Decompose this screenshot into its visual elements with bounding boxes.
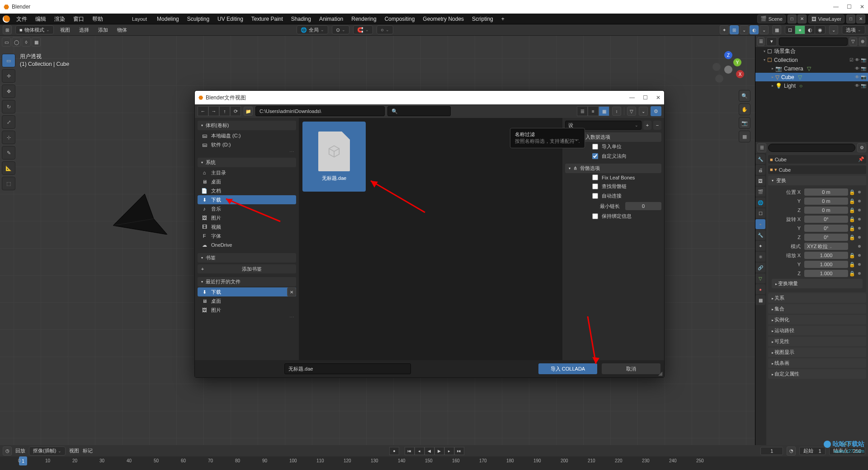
file-doc-icon (318, 132, 350, 171)
document-icon: 📄 (201, 188, 208, 194)
recent-pictures[interactable]: 🖼图片 (198, 306, 296, 315)
armature-header[interactable]: ⋔骨骼选项 (565, 164, 661, 173)
sys-home[interactable]: ⌂主目录 (198, 168, 296, 177)
path-input[interactable]: C:\Users\admin\Downloads\ (255, 106, 385, 116)
view-thumb-icon[interactable]: ▦ (599, 106, 609, 116)
sys-docs[interactable]: 📄文档 (198, 186, 296, 195)
dialog-sidebar: 体积(卷标) 🖴本地磁盘 (C:) 🖴软件 (D:) ⋯ 系统 ⌂主目录 🖥桌面… (195, 118, 299, 360)
file-dialog: ⬣ Blender文件视图 — ☐ ✕ ← → ↑ ⟳ 📁 C:\Users\a… (194, 90, 665, 378)
filename-input[interactable]: 无标题.dae (284, 363, 411, 374)
preset-remove[interactable]: − (653, 121, 661, 130)
download-icon: ⬇ (201, 289, 208, 295)
dialog-max[interactable]: ☐ (643, 94, 648, 101)
import-options-panel: 设 + − ⬓导入数据选项 导入单位 自定义法向 ⋔骨骼选项 Fix Leaf … (562, 118, 664, 360)
view-list-icon[interactable]: ☰ (577, 106, 588, 116)
bookmarks-section[interactable]: 书签 (198, 253, 296, 263)
recent-desktop[interactable]: 🖥桌面 (198, 296, 296, 306)
volume-d[interactable]: 🖴软件 (D:) (198, 140, 296, 149)
plus-icon: + (198, 264, 208, 273)
dialog-footer: 无标题.dae 导入 COLLADA 取消 (195, 360, 664, 377)
dialog-title: Blender文件视图 (206, 94, 246, 102)
dialog-min[interactable]: — (629, 94, 635, 101)
import-units-check[interactable] (592, 144, 598, 150)
desktop-icon: 🖥 (201, 179, 208, 184)
tooltip: 名称过滤 按照名称筛选，支持通配符'*'. (510, 128, 585, 148)
download-icon: ⬇ (201, 197, 208, 203)
fix-leaf-check[interactable] (592, 174, 598, 180)
dialog-close[interactable]: ✕ (656, 94, 660, 101)
remove-recent-icon[interactable]: ✕ (287, 287, 296, 296)
file-name-label: 无标题.dae (322, 175, 346, 182)
sys-music[interactable]: ♪音乐 (198, 204, 296, 213)
dialog-toolbar: ← → ↑ ⟳ 📁 C:\Users\admin\Downloads\ 🔍 ☰ … (195, 104, 664, 118)
sys-onedrive[interactable]: ☁OneDrive (198, 240, 296, 249)
add-bookmark[interactable]: +添加书签 (198, 264, 296, 273)
bone-icon: ⋔ (573, 165, 577, 171)
settings-gear-icon[interactable]: ⚙ (651, 106, 661, 116)
filter-funnel-icon[interactable]: ▽ (627, 107, 636, 116)
search-icon: 🔍 (392, 108, 398, 114)
image-icon: 🖼 (201, 215, 208, 221)
video-icon: 🎞 (201, 224, 208, 230)
file-browser-area[interactable]: 无标题.dae (299, 118, 562, 360)
sort-icon[interactable]: ↕ (612, 107, 621, 116)
recent-downloads[interactable]: ⬇下载 (198, 287, 296, 296)
volume-c[interactable]: 🖴本地磁盘 (C:) (198, 131, 296, 140)
font-icon: F (201, 233, 208, 239)
watermark: 吆吆下载站 www.x27.com (824, 440, 864, 454)
nav-up-icon[interactable]: ↑ (219, 106, 230, 116)
search-input[interactable]: 🔍 (387, 106, 451, 116)
resize-grip-icon[interactable]: ◢ (658, 370, 662, 376)
sys-pictures[interactable]: 🖼图片 (198, 213, 296, 222)
music-icon: ♪ (201, 206, 208, 212)
system-section[interactable]: 系统 (198, 158, 296, 167)
sys-desktop[interactable]: 🖥桌面 (198, 177, 296, 186)
sys-fonts[interactable]: F字体 (198, 231, 296, 240)
keep-bind-check[interactable] (592, 213, 598, 219)
drive-icon: 🖴 (201, 142, 208, 147)
volumes-section[interactable]: 体积(卷标) (198, 121, 296, 130)
drive-icon: 🖴 (201, 133, 208, 138)
file-thumbnail[interactable]: 无标题.dae (302, 122, 366, 192)
desktop-icon: 🖥 (201, 298, 208, 304)
custom-normals-check[interactable] (592, 153, 598, 159)
auto-connect-check[interactable] (592, 193, 598, 199)
import-button[interactable]: 导入 COLLADA (538, 363, 597, 374)
blender-icon: ⬣ (198, 94, 203, 101)
dialog-titlebar: ⬣ Blender文件视图 — ☐ ✕ (195, 91, 664, 104)
nav-fwd-icon[interactable]: → (208, 106, 219, 116)
view-detail-icon[interactable]: ≡ (588, 106, 599, 116)
nav-refresh-icon[interactable]: ⟳ (230, 106, 241, 116)
cloud-icon: ☁ (201, 242, 208, 248)
new-folder-icon[interactable]: 📁 (244, 107, 253, 116)
sys-videos[interactable]: 🎞视频 (198, 222, 296, 231)
preset-add[interactable]: + (643, 121, 651, 130)
recent-section[interactable]: 最近打开的文件 (198, 277, 296, 287)
find-chain-check[interactable] (592, 183, 598, 189)
min-chain-input[interactable]: 0 (625, 202, 661, 210)
sys-downloads[interactable]: ⬇下载 (198, 195, 296, 204)
nav-back-icon[interactable]: ← (198, 106, 208, 116)
cancel-button[interactable]: 取消 (602, 363, 660, 374)
home-icon: ⌂ (201, 170, 208, 175)
image-icon: 🖼 (201, 307, 208, 313)
filter-menu-icon[interactable]: ⌄ (639, 107, 648, 116)
